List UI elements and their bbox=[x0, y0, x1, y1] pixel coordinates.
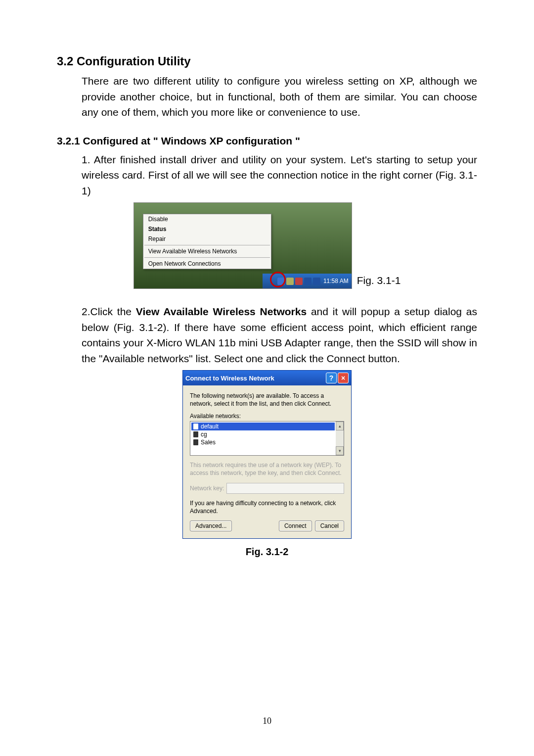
advanced-button[interactable]: Advanced... bbox=[190, 520, 232, 531]
menu-item-view-networks[interactable]: View Available Wireless Networks bbox=[143, 246, 271, 256]
step-2-pre: 2.Click the bbox=[82, 306, 136, 317]
page-number: 10 bbox=[0, 716, 534, 726]
highlight-circle bbox=[270, 272, 286, 287]
list-item-label: Sales bbox=[201, 439, 216, 446]
network-key-label: Network key: bbox=[190, 485, 224, 492]
menu-item-open-connections[interactable]: Open Network Connections bbox=[143, 259, 271, 269]
menu-separator bbox=[144, 257, 270, 258]
list-item-label: cg bbox=[201, 431, 207, 438]
menu-separator bbox=[144, 245, 270, 245]
step-2-text: 2.Click the View Available Wireless Netw… bbox=[82, 304, 477, 366]
step-1-text: 1. After finished install driver and uti… bbox=[82, 152, 477, 199]
connect-wireless-dialog: Connect to Wireless Network ? × The foll… bbox=[182, 370, 352, 539]
scroll-up-icon[interactable]: ▴ bbox=[336, 422, 344, 430]
tray-icon[interactable] bbox=[295, 278, 303, 285]
section-body-text: There are two different utility to confi… bbox=[82, 73, 477, 120]
menu-item-status[interactable]: Status bbox=[143, 224, 271, 234]
network-icon bbox=[193, 431, 198, 437]
available-networks-label: Available networks: bbox=[190, 413, 344, 420]
scroll-down-icon[interactable]: ▾ bbox=[336, 446, 344, 455]
network-key-input[interactable] bbox=[226, 483, 344, 494]
cancel-button[interactable]: Cancel bbox=[315, 520, 344, 531]
list-item[interactable]: cg bbox=[191, 430, 335, 438]
menu-item-repair[interactable]: Repair bbox=[143, 234, 271, 244]
available-networks-list[interactable]: default cg Sales ▴ ▾ bbox=[190, 421, 344, 456]
tray-icon[interactable] bbox=[313, 278, 320, 285]
figure-3-1-1-caption: Fig. 3.1-1 bbox=[357, 275, 401, 286]
tray-icon[interactable] bbox=[304, 278, 312, 285]
dialog-titlebar: Connect to Wireless Network ? × bbox=[183, 371, 351, 385]
dialog-intro-text: The following network(s) are available. … bbox=[190, 392, 344, 408]
help-button[interactable]: ? bbox=[326, 373, 337, 383]
step-2-bold: View Available Wireless Networks bbox=[136, 306, 307, 317]
menu-item-disable[interactable]: Disable bbox=[143, 214, 271, 224]
sub-heading: 3.2.1 Configured at " Windows XP configu… bbox=[57, 135, 477, 147]
figure-3-1-2-caption: Fig. 3.1-2 bbox=[246, 546, 289, 558]
dialog-title: Connect to Wireless Network bbox=[185, 375, 274, 382]
network-icon bbox=[193, 439, 198, 445]
network-icon bbox=[193, 424, 198, 429]
close-button[interactable]: × bbox=[338, 373, 349, 383]
list-item[interactable]: Sales bbox=[191, 438, 335, 446]
list-item[interactable]: default bbox=[191, 423, 335, 430]
list-item-label: default bbox=[201, 423, 219, 430]
section-heading: 3.2 Configuration Utility bbox=[57, 54, 477, 68]
wireless-context-menu: Disable Status Repair View Available Wir… bbox=[143, 214, 271, 269]
wep-help-text: This network requires the use of a netwo… bbox=[190, 462, 344, 477]
figure-3-1-1: Disable Status Repair View Available Wir… bbox=[134, 202, 352, 289]
connect-button[interactable]: Connect bbox=[279, 520, 312, 531]
tray-icon[interactable] bbox=[286, 278, 294, 285]
scrollbar[interactable]: ▴ ▾ bbox=[336, 422, 344, 455]
difficulty-text: If you are having difficulty connecting … bbox=[190, 500, 344, 515]
tray-clock: 11:58 AM bbox=[323, 278, 349, 284]
